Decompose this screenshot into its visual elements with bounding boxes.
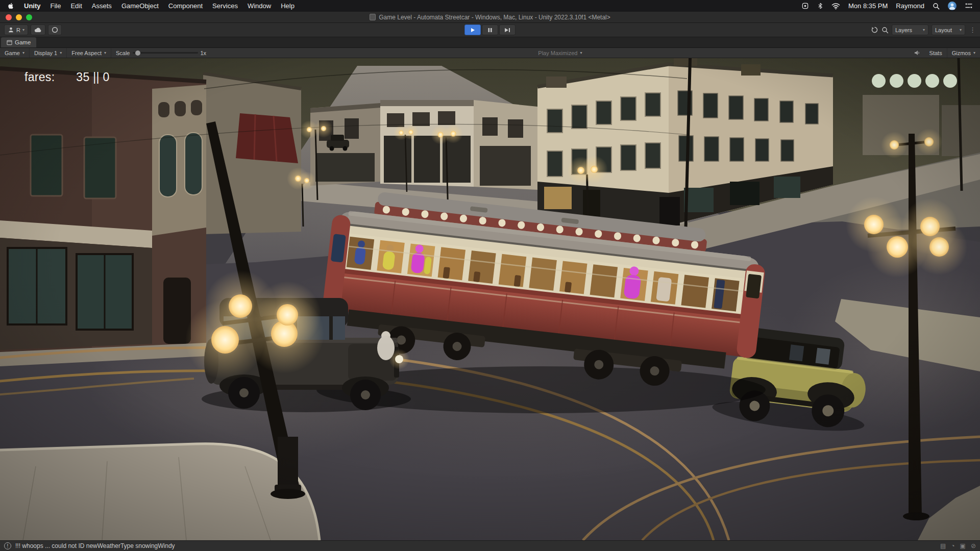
- sync-status-button[interactable]: [48, 24, 62, 35]
- bluetooth-icon[interactable]: [817, 2, 823, 10]
- tab-game[interactable]: Game: [1, 37, 36, 47]
- caret-down-icon: ▾: [580, 51, 582, 55]
- scale-slider-thumb[interactable]: [135, 51, 140, 56]
- history-icon[interactable]: [871, 26, 878, 34]
- game-tab-bar: Game: [0, 37, 980, 48]
- window-close-button[interactable]: [6, 14, 12, 20]
- game-mode-label: Game: [5, 50, 20, 56]
- token-dot: [890, 74, 903, 88]
- control-center-icon[interactable]: [965, 3, 973, 9]
- menu-assets[interactable]: Assets: [92, 2, 112, 10]
- caret-down-icon: ▾: [960, 28, 962, 32]
- unity-title-bar: Game Level - Automata Streetcar - Window…: [0, 12, 980, 23]
- layout-dropdown[interactable]: Layout ▾: [932, 24, 965, 35]
- window-minimize-button[interactable]: [16, 14, 22, 20]
- caret-down-icon: ▾: [22, 51, 24, 55]
- spotlight-search-icon[interactable]: [933, 3, 940, 10]
- layout-label: Layout: [935, 27, 952, 33]
- menu-gameobject[interactable]: GameObject: [121, 2, 159, 10]
- scale-control: Scale 1x: [111, 48, 211, 58]
- fares-label: fares:: [24, 70, 55, 84]
- status-icon-box[interactable]: ▣: [960, 542, 966, 549]
- screen: Unity File Edit Assets GameObject Compon…: [0, 0, 980, 551]
- token-dot: [872, 74, 886, 88]
- play-maximized-label: Play Maximized: [538, 50, 577, 56]
- menu-services[interactable]: Services: [212, 2, 238, 10]
- gizmos-dropdown[interactable]: Gizmos ▾: [947, 48, 980, 58]
- pause-button[interactable]: [482, 24, 498, 35]
- macos-menu-bar: Unity File Edit Assets GameObject Compon…: [0, 0, 980, 12]
- menu-extra-icon[interactable]: [801, 2, 809, 10]
- user-avatar[interactable]: [948, 2, 957, 10]
- stats-button[interactable]: Stats: [925, 48, 947, 58]
- scale-label: Scale: [116, 50, 130, 56]
- scale-value: 1x: [201, 50, 207, 56]
- scale-slider[interactable]: [133, 52, 198, 54]
- fares-value: 35 || 0: [76, 70, 109, 84]
- window-document-icon: [370, 14, 376, 20]
- window-title: Game Level - Automata Streetcar - Window…: [379, 14, 610, 21]
- gizmos-label: Gizmos: [952, 50, 971, 56]
- layers-dropdown[interactable]: Layers ▾: [892, 24, 928, 35]
- status-message[interactable]: !!! whoops ... could not ID newWeatherTy…: [15, 542, 175, 549]
- window-zoom-button[interactable]: [26, 14, 32, 20]
- circle-status-icon: [52, 27, 58, 33]
- layers-label: Layers: [895, 27, 912, 33]
- caret-down-icon: ▾: [22, 28, 24, 32]
- account-dropdown[interactable]: R ▾: [4, 24, 28, 35]
- vignette: [0, 58, 980, 540]
- console-message-icon: !: [4, 542, 11, 549]
- tab-game-label: Game: [15, 39, 31, 45]
- play-controls: [464, 24, 516, 35]
- menu-edit[interactable]: Edit: [70, 2, 82, 10]
- caret-down-icon: ▾: [923, 28, 925, 32]
- play-button[interactable]: [464, 24, 481, 35]
- menu-window[interactable]: Window: [248, 2, 271, 10]
- game-window-icon: [7, 40, 12, 45]
- wifi-icon[interactable]: [831, 3, 840, 10]
- game-scene: [0, 58, 980, 540]
- status-bar: ! !!! whoops ... could not ID newWeather…: [0, 540, 980, 551]
- hud-token-dots: [872, 74, 957, 88]
- display-label: Display 1: [34, 50, 57, 56]
- play-maximized-dropdown[interactable]: Play Maximized ▾: [533, 48, 587, 58]
- mute-audio-button[interactable]: [910, 48, 925, 58]
- step-button[interactable]: [499, 24, 516, 35]
- menu-component[interactable]: Component: [168, 2, 203, 10]
- caret-down-icon: ▾: [973, 51, 975, 55]
- menubar-app-name[interactable]: Unity: [24, 2, 41, 10]
- display-dropdown[interactable]: Display 1 ▾: [30, 48, 67, 58]
- status-icon-grid[interactable]: ▤: [940, 542, 946, 549]
- game-mode-dropdown[interactable]: Game ▾: [0, 48, 30, 58]
- aspect-label: Free Aspect: [71, 50, 102, 56]
- aspect-dropdown[interactable]: Free Aspect ▾: [67, 48, 111, 58]
- hud-fares: fares: 35 || 0: [24, 70, 110, 84]
- caret-down-icon: ▾: [60, 51, 62, 55]
- status-icon-clock[interactable]: ◔: [951, 542, 954, 549]
- menu-file[interactable]: File: [51, 2, 61, 10]
- apple-menu-icon[interactable]: [7, 2, 14, 10]
- unity-toolbar: R ▾: [0, 23, 980, 37]
- menubar-user[interactable]: Raymond: [896, 2, 924, 10]
- game-viewport[interactable]: fares: 35 || 0: [0, 58, 980, 540]
- cloud-button[interactable]: [31, 24, 45, 35]
- stats-label: Stats: [929, 50, 942, 56]
- token-dot: [943, 74, 957, 88]
- token-dot: [908, 74, 921, 88]
- toolbar-overflow-icon[interactable]: ⋮: [969, 26, 976, 34]
- account-label: R: [16, 27, 20, 33]
- speaker-icon: [914, 50, 920, 56]
- menubar-clock[interactable]: Mon 8:35 PM: [848, 2, 888, 10]
- cloud-icon: [34, 27, 42, 33]
- caret-down-icon: ▾: [104, 51, 106, 55]
- game-view-toolbar: Game ▾ Display 1 ▾ Free Aspect ▾ Scale 1…: [0, 48, 980, 58]
- person-icon: [8, 27, 14, 33]
- menu-help[interactable]: Help: [281, 2, 295, 10]
- status-icon-blocked[interactable]: ⊘: [971, 542, 976, 549]
- toolbar-search-icon[interactable]: [881, 27, 889, 34]
- token-dot: [925, 74, 939, 88]
